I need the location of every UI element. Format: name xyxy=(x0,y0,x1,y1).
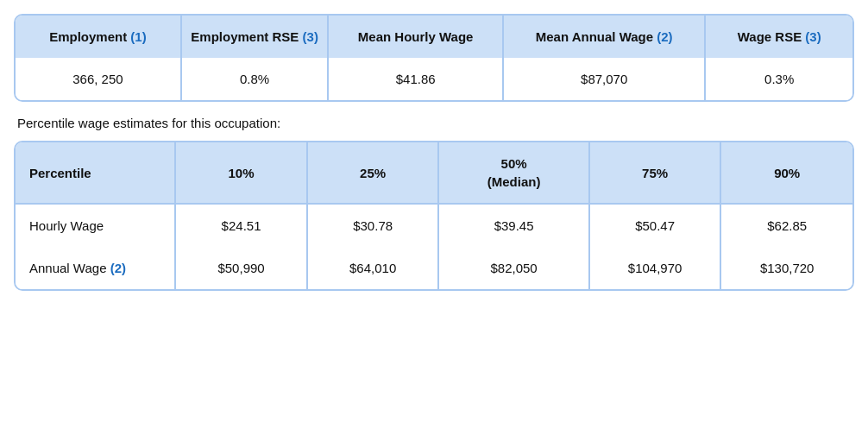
cell-mean-annual: $87,070 xyxy=(503,58,706,100)
cell-emp-rse: 0.8% xyxy=(181,58,329,100)
header-wage-rse-note: (3) xyxy=(805,29,821,44)
header-emp-rse-note: (3) xyxy=(303,29,318,44)
cell-wage-rse: 0.3% xyxy=(705,58,852,100)
cell-annual-p50: $82,050 xyxy=(438,247,588,289)
cell-hourly-p75: $50.47 xyxy=(589,204,721,247)
header-p50: 50%(Median) xyxy=(438,142,588,204)
header-emp-rse-label: Employment RSE xyxy=(191,29,302,44)
cell-hourly-p50: $39.45 xyxy=(438,204,588,247)
table-row-hourly: Hourly Wage $24.51 $30.78 $39.45 $50.47 … xyxy=(16,204,852,247)
header-mean-annual-label: Mean Annual Wage xyxy=(536,29,657,44)
cell-mean-hourly: $41.86 xyxy=(328,58,503,100)
header-employment: Employment (1) xyxy=(16,16,181,58)
cell-annual-label: Annual Wage (2) xyxy=(16,247,175,289)
percentile-description: Percentile wage estimates for this occup… xyxy=(17,116,851,130)
header-mean-annual-note: (2) xyxy=(657,29,672,44)
header-mean-annual: Mean Annual Wage (2) xyxy=(503,16,706,58)
header-employment-label: Employment xyxy=(49,29,130,44)
cell-hourly-p10: $24.51 xyxy=(175,204,307,247)
header-p75: 75% xyxy=(589,142,721,204)
table-row-annual: Annual Wage (2) $50,990 $64,010 $82,050 … xyxy=(16,247,852,289)
employment-table: Employment (1) Employment RSE (3) Mean H… xyxy=(14,14,854,102)
cell-hourly-label: Hourly Wage xyxy=(16,204,175,247)
cell-employment: 366, 250 xyxy=(16,58,181,100)
header-p25: 25% xyxy=(307,142,439,204)
header-emp-rse: Employment RSE (3) xyxy=(181,16,329,58)
cell-annual-p10: $50,990 xyxy=(175,247,307,289)
annual-wage-note: (2) xyxy=(107,261,127,275)
header-wage-rse-label: Wage RSE xyxy=(738,29,806,44)
table-row: 366, 250 0.8% $41.86 $87,070 0.3% xyxy=(16,58,852,100)
header-p10: 10% xyxy=(175,142,307,204)
cell-annual-p90: $130,720 xyxy=(720,247,852,289)
header-percentile: Percentile xyxy=(16,142,175,204)
hourly-wage-text: Hourly Wage xyxy=(29,218,104,233)
annual-wage-text: Annual Wage xyxy=(29,261,107,275)
cell-annual-p75: $104,970 xyxy=(589,247,721,289)
header-p90: 90% xyxy=(720,142,852,204)
cell-annual-p25: $64,010 xyxy=(307,247,439,289)
header-employment-note: (1) xyxy=(130,29,146,44)
cell-hourly-p25: $30.78 xyxy=(307,204,439,247)
cell-hourly-p90: $62.85 xyxy=(720,204,852,247)
header-mean-hourly-label: Mean Hourly Wage xyxy=(358,29,474,44)
header-mean-hourly: Mean Hourly Wage xyxy=(328,16,503,58)
percentile-table: Percentile 10% 25% 50%(Median) 75% 90% H… xyxy=(14,141,854,291)
header-wage-rse: Wage RSE (3) xyxy=(705,16,852,58)
